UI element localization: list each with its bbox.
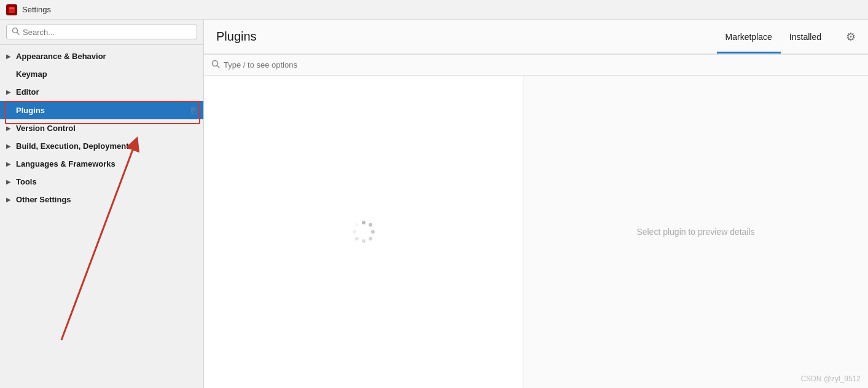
svg-point-14 <box>353 230 356 234</box>
sidebar-item-label: Keymap <box>6 69 47 79</box>
chevron-right-icon: ▶ <box>6 178 11 185</box>
sidebar-item-tools[interactable]: ▶ Tools <box>0 173 203 191</box>
main-container: ▶ Appearance & Behavior Keymap ▶ Editor … <box>0 20 868 388</box>
sidebar-item-plugins[interactable]: Plugins ⎘ <box>0 101 203 119</box>
svg-point-8 <box>362 221 366 224</box>
sidebar-search-input[interactable] <box>23 28 192 37</box>
select-plugin-text: Select plugin to preview details <box>636 227 754 237</box>
sidebar-item-label: Editor <box>16 87 39 97</box>
sidebar-search-container <box>0 20 203 45</box>
gear-icon[interactable]: ⚙ <box>846 30 856 44</box>
chevron-right-icon: ▶ <box>6 160 11 167</box>
sidebar-item-label: Appearance & Behavior <box>16 52 106 61</box>
chevron-right-icon: ▶ <box>6 89 11 95</box>
watermark: CSDN @zyl_9512 <box>800 374 861 383</box>
sidebar-item-version-control[interactable]: ▶ Version Control <box>0 119 203 137</box>
svg-line-4 <box>17 33 20 35</box>
sidebar-item-languages[interactable]: ▶ Languages & Frameworks <box>0 155 203 173</box>
sidebar-item-label: Plugins <box>6 106 45 115</box>
plugin-search-bar[interactable] <box>204 55 868 76</box>
plugin-list-panel <box>204 76 523 388</box>
search-icon <box>12 27 20 37</box>
sidebar-item-editor[interactable]: ▶ Editor <box>0 83 203 101</box>
chevron-right-icon: ▶ <box>6 196 11 203</box>
tab-marketplace[interactable]: Marketplace <box>717 20 781 53</box>
sidebar-nav-wrapper: ▶ Appearance & Behavior Keymap ▶ Editor … <box>0 45 203 211</box>
svg-point-13 <box>354 237 358 240</box>
copy-icon: ⎘ <box>191 105 196 115</box>
sidebar-search-box[interactable] <box>6 25 197 39</box>
svg-point-9 <box>369 223 372 227</box>
sidebar-item-keymap[interactable]: Keymap <box>0 65 203 83</box>
sidebar-item-label: Tools <box>16 177 37 186</box>
sidebar: ▶ Appearance & Behavior Keymap ▶ Editor … <box>0 20 204 388</box>
sidebar-nav: ▶ Appearance & Behavior Keymap ▶ Editor … <box>0 45 203 211</box>
svg-rect-2 <box>9 7 14 9</box>
tab-installed[interactable]: Installed <box>781 20 830 53</box>
svg-line-7 <box>217 66 220 68</box>
search-icon <box>211 60 220 70</box>
sidebar-item-appearance[interactable]: ▶ Appearance & Behavior <box>0 47 203 65</box>
svg-point-11 <box>369 237 372 240</box>
right-panel: Plugins Marketplace Installed ⚙ <box>204 20 868 388</box>
sidebar-item-label: Other Settings <box>16 195 71 204</box>
plugin-detail-panel: Select plugin to preview details <box>523 76 868 388</box>
plugin-search-input[interactable] <box>224 60 861 69</box>
sidebar-item-label: Languages & Frameworks <box>16 159 115 168</box>
window-title: Settings <box>22 5 51 14</box>
svg-point-15 <box>354 223 358 227</box>
plugin-header: Plugins Marketplace Installed ⚙ <box>204 20 868 54</box>
chevron-right-icon: ▶ <box>6 53 11 60</box>
tab-buttons: Marketplace Installed <box>717 20 830 53</box>
chevron-right-icon: ▶ <box>6 143 11 149</box>
sidebar-item-other[interactable]: ▶ Other Settings <box>0 191 203 208</box>
svg-point-10 <box>371 230 375 234</box>
plugin-content: Select plugin to preview details <box>204 76 868 388</box>
title-bar: Settings <box>0 0 868 20</box>
sidebar-item-label: Version Control <box>16 124 76 133</box>
loading-spinner <box>351 220 376 244</box>
sidebar-item-label: Build, Execution, Deployment <box>16 141 128 151</box>
chevron-right-icon: ▶ <box>6 125 11 132</box>
plugins-title: Plugins <box>216 30 257 44</box>
sidebar-item-build-exec[interactable]: ▶ Build, Execution, Deployment <box>0 137 203 155</box>
app-logo <box>6 4 17 15</box>
svg-point-12 <box>362 239 366 243</box>
